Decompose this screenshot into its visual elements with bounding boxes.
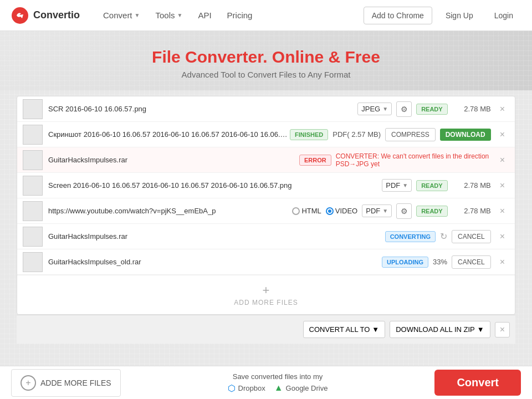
main-nav: Convert ▼ Tools ▼ API Pricing xyxy=(96,6,364,24)
download-button[interactable]: DOWNLOAD xyxy=(440,129,491,141)
file-size: 2.78 MB xyxy=(452,207,491,215)
convert-all-arrow: ▼ xyxy=(372,325,379,334)
hero-title: File Converter. Online & Free xyxy=(11,48,521,66)
status-badge: READY xyxy=(416,180,448,191)
nav-pricing[interactable]: Pricing xyxy=(221,6,259,24)
remove-button[interactable]: × xyxy=(495,229,509,244)
remove-button[interactable]: × xyxy=(495,178,509,193)
status-badge: FINISHED xyxy=(290,129,328,140)
nav-tools-arrow: ▼ xyxy=(177,12,182,18)
file-actions: ERROR CONVERTER: We can't convert files … xyxy=(299,152,509,168)
file-name: Скриншот 2016-06-10 16.06.57 2016-06-10 … xyxy=(48,130,290,139)
bottom-bar: CONVERT ALL TO ▼ DOWNLOAD ALL IN ZIP ▼ × xyxy=(17,315,515,344)
file-thumb xyxy=(23,99,43,119)
logo-text: Convertio xyxy=(33,9,80,21)
file-name: GuitarHacksImpulses.rar xyxy=(48,232,385,241)
download-all-button[interactable]: DOWNLOAD ALL IN ZIP ▼ xyxy=(390,321,490,338)
radio-dot-html xyxy=(292,207,300,215)
gear-button[interactable]: ⚙ xyxy=(396,101,412,117)
radio-video[interactable]: VIDEO xyxy=(326,207,357,215)
nav-convert[interactable]: Convert ▼ xyxy=(96,6,146,24)
clear-all-button[interactable]: × xyxy=(495,322,510,337)
nav-api[interactable]: API xyxy=(191,6,218,24)
file-name: Screen 2016-06-10 16.06.57 2016-06-10 16… xyxy=(48,181,382,190)
nav-tools[interactable]: Tools ▼ xyxy=(149,6,189,24)
hero-section: File Converter. Online & Free Advanced T… xyxy=(0,31,532,90)
file-list: SCR 2016-06-10 16.06.57.png JPEG ▼ ⚙ REA… xyxy=(17,96,515,315)
format-select[interactable]: JPEG ▼ xyxy=(357,103,392,115)
remove-button[interactable]: × xyxy=(495,127,509,142)
refresh-icon: ↻ xyxy=(440,231,447,242)
dropbox-option[interactable]: ⬡ Dropbox xyxy=(228,383,265,393)
login-button[interactable]: Login xyxy=(487,7,521,24)
cancel-button[interactable]: CANCEL xyxy=(452,255,491,269)
file-size: 2.78 MB xyxy=(452,105,491,113)
remove-button[interactable]: × xyxy=(495,255,509,269)
status-badge: READY xyxy=(416,206,448,217)
table-row: Screen 2016-06-10 16.06.57 2016-06-10 16… xyxy=(17,173,515,198)
file-actions: HTML VIDEO PDF ▼ ⚙ READY 2.78 MB × xyxy=(292,203,509,219)
format-arrow: ▼ xyxy=(382,106,388,112)
format-select[interactable]: PDF ▼ xyxy=(382,179,412,192)
gear-button[interactable]: ⚙ xyxy=(396,203,412,219)
status-badge: ERROR xyxy=(299,155,331,166)
logo[interactable]: Convertio xyxy=(11,7,80,24)
file-name: GuitarHacksImpulses.rar xyxy=(48,156,299,164)
plus-icon: + xyxy=(21,375,36,391)
status-badge: READY xyxy=(416,104,448,115)
file-actions: JPEG ▼ ⚙ READY 2.78 MB × xyxy=(357,101,509,117)
footer-bar: + ADDE MORE FILES Save converted files i… xyxy=(0,366,532,399)
progress-percent: 33% xyxy=(433,258,447,266)
radio-dot-video xyxy=(326,207,334,215)
convert-button[interactable]: Convert xyxy=(434,370,521,396)
table-row: GuitarHacksImpulses_old.rar UPLOADING 33… xyxy=(17,249,515,275)
compress-button[interactable]: COMPRESS xyxy=(385,128,436,141)
nav-convert-arrow: ▼ xyxy=(135,12,140,18)
error-text: CONVERTER: We can't convert files in the… xyxy=(336,152,491,168)
gdrive-icon: ▲ xyxy=(274,383,283,393)
file-size: PDF( 2.57 MB) xyxy=(332,130,381,139)
save-label: Save converted files into my xyxy=(233,372,323,381)
file-thumb xyxy=(23,252,43,272)
convert-all-button[interactable]: CONVERT ALL TO ▼ xyxy=(303,321,386,338)
sign-up-button[interactable]: Sign Up xyxy=(438,7,481,24)
table-row: GuitarHacksImpulses.rar ERROR CONVERTER:… xyxy=(17,147,515,173)
format-arrow: ▼ xyxy=(382,208,388,214)
file-name: GuitarHacksImpulses_old.rar xyxy=(48,258,382,266)
dropbox-icon: ⬡ xyxy=(228,383,236,393)
file-actions: UPLOADING 33% CANCEL × xyxy=(382,255,509,269)
save-icons: ⬡ Dropbox ▲ Google Drive xyxy=(228,383,328,393)
file-actions: CONVERTING ↻ CANCEL × xyxy=(385,229,509,244)
file-name: SCR 2016-06-10 16.06.57.png xyxy=(48,105,357,113)
add-to-chrome-button[interactable]: Add to Chrome xyxy=(364,7,432,24)
hero-subtitle: Advanced Tool to Convert Files to Any Fo… xyxy=(11,70,521,79)
table-row: SCR 2016-06-10 16.06.57.png JPEG ▼ ⚙ REA… xyxy=(17,96,515,122)
remove-button[interactable]: × xyxy=(495,153,509,167)
file-name: https://www.youtube.com/watch?v=pjKS__em… xyxy=(48,207,292,215)
header: Convertio Convert ▼ Tools ▼ API Pricing … xyxy=(0,0,532,31)
file-thumb xyxy=(23,201,43,221)
file-thumb xyxy=(23,150,43,170)
file-actions: PDF ▼ READY 2.78 MB × xyxy=(382,178,509,193)
file-thumb xyxy=(23,176,43,196)
gdrive-option[interactable]: ▲ Google Drive xyxy=(274,383,328,393)
radio-group: HTML VIDEO xyxy=(292,207,357,215)
file-size: 2.78 MB xyxy=(452,181,491,190)
remove-button[interactable]: × xyxy=(495,102,509,116)
cancel-button[interactable]: CANCEL xyxy=(452,230,491,243)
logo-icon xyxy=(11,7,29,24)
status-badge: UPLOADING xyxy=(382,257,428,268)
add-more-icon: + xyxy=(263,283,270,298)
file-thumb xyxy=(23,227,43,247)
remove-button[interactable]: × xyxy=(495,204,509,218)
download-all-arrow: ▼ xyxy=(477,325,484,334)
add-files-button[interactable]: + ADDE MORE FILES xyxy=(11,369,121,397)
format-select[interactable]: PDF ▼ xyxy=(362,204,392,217)
radio-html[interactable]: HTML xyxy=(292,207,321,215)
add-more-files[interactable]: + ADD MORE FILES xyxy=(17,275,515,314)
table-row: Скриншот 2016-06-10 16.06.57 2016-06-10 … xyxy=(17,122,515,147)
file-thumb xyxy=(23,125,43,145)
file-actions: FINISHED PDF( 2.57 MB) COMPRESS DOWNLOAD… xyxy=(290,127,509,142)
format-arrow: ▼ xyxy=(402,182,408,188)
header-right: Add to Chrome Sign Up Login xyxy=(364,7,521,24)
